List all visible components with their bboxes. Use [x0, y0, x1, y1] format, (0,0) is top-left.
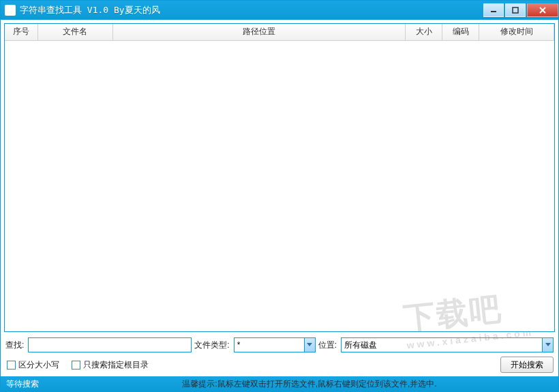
checkbox-icon [72, 361, 80, 370]
root-only-checkbox[interactable]: 只搜索指定根目录 [72, 359, 149, 371]
chevron-down-icon [304, 338, 315, 352]
case-sensitive-checkbox[interactable]: 区分大小写 [7, 359, 59, 371]
col-filename[interactable]: 文件名 [37, 24, 112, 40]
chevron-down-icon [542, 338, 553, 352]
window-buttons [482, 3, 558, 17]
col-index[interactable]: 序号 [5, 24, 37, 40]
svg-marker-4 [307, 343, 312, 346]
filetype-combo[interactable]: * [234, 337, 316, 352]
status-state: 等待搜索 [6, 378, 39, 390]
start-search-button[interactable]: 开始搜索 [500, 357, 554, 373]
root-only-label: 只搜索指定根目录 [83, 359, 149, 371]
app-window: 字符串查找工具 V1.0 By夏天的风 序号 文件名 [0, 0, 559, 392]
controls-panel: 查找: 文件类型: * 位置: 所有磁盘 区分大小写 [4, 332, 555, 373]
col-size[interactable]: 大小 [406, 24, 442, 40]
location-value: 所有磁盘 [344, 340, 377, 351]
search-label: 查找: [5, 340, 25, 351]
case-sensitive-label: 区分大小写 [18, 359, 59, 371]
col-path[interactable]: 路径位置 [112, 24, 406, 40]
status-tip: 温馨提示:鼠标左键双击打开所选文件,鼠标右键则定位到该文件,并选中. [66, 378, 553, 390]
col-mtime[interactable]: 修改时间 [479, 24, 554, 40]
app-icon [5, 5, 16, 16]
location-combo[interactable]: 所有磁盘 [341, 337, 554, 352]
filetype-value: * [237, 340, 241, 350]
checkbox-icon [7, 361, 16, 370]
svg-rect-1 [513, 7, 518, 13]
search-input[interactable] [28, 337, 192, 352]
status-bar: 等待搜索 温馨提示:鼠标左键双击打开所选文件,鼠标右键则定位到该文件,并选中. [1, 376, 558, 391]
minimize-button[interactable] [483, 3, 504, 17]
results-table[interactable]: 序号 文件名 路径位置 大小 编码 修改时间 [4, 23, 555, 332]
col-encoding[interactable]: 编码 [442, 24, 479, 40]
location-label: 位置: [318, 340, 338, 351]
close-button[interactable] [527, 3, 558, 17]
filetype-label: 文件类型: [194, 340, 230, 351]
title-bar[interactable]: 字符串查找工具 V1.0 By夏天的风 [1, 1, 558, 20]
maximize-button[interactable] [505, 3, 526, 17]
client-area: 序号 文件名 路径位置 大小 编码 修改时间 查找: 文件类型: * [1, 20, 558, 376]
svg-marker-5 [545, 343, 551, 346]
results-body-empty[interactable] [5, 41, 554, 332]
window-title: 字符串查找工具 V1.0 By夏天的风 [20, 4, 482, 16]
